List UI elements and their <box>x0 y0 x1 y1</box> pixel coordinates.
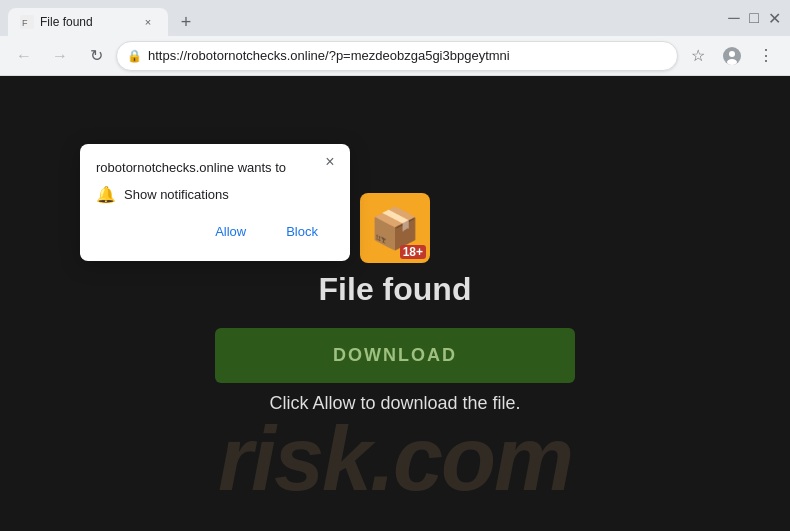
profile-button[interactable] <box>716 40 748 72</box>
address-bar[interactable]: 🔒 https://robotornotchecks.online/?p=mez… <box>116 41 678 71</box>
notification-popup: × robotornotchecks.online wants to 🔔 Sho… <box>80 144 350 261</box>
refresh-button[interactable]: ↻ <box>80 40 112 72</box>
age-icon: 📦 18+ <box>360 193 430 263</box>
age-label: 18+ <box>400 245 426 259</box>
tab-strip: F File found × + <box>8 0 718 36</box>
download-button[interactable]: DOWNLOAD <box>215 328 575 383</box>
title-bar: F File found × + ─ □ ✕ <box>0 0 790 36</box>
watermark: risk.com <box>218 408 572 511</box>
toolbar: ← → ↻ 🔒 https://robotornotchecks.online/… <box>0 36 790 76</box>
toolbar-icons: ☆ ⋮ <box>682 40 782 72</box>
svg-point-4 <box>727 59 737 65</box>
popup-header: robotornotchecks.online wants to <box>96 160 334 175</box>
popup-buttons: Allow Block <box>96 218 334 245</box>
block-button[interactable]: Block <box>270 218 334 245</box>
tab-favicon: F <box>20 15 34 29</box>
menu-button[interactable]: ⋮ <box>750 40 782 72</box>
bell-icon: 🔔 <box>96 185 116 204</box>
svg-text:F: F <box>22 18 28 28</box>
minimize-button[interactable]: ─ <box>726 10 742 26</box>
tab-close-button[interactable]: × <box>140 14 156 30</box>
svg-point-3 <box>729 51 735 57</box>
url-text: https://robotornotchecks.online/?p=mezde… <box>148 48 667 63</box>
lock-icon: 🔒 <box>127 49 142 63</box>
window-controls: ─ □ ✕ <box>726 10 782 26</box>
age-icon-container: 📦 18+ <box>360 193 430 263</box>
active-tab[interactable]: F File found × <box>8 8 168 36</box>
bookmark-button[interactable]: ☆ <box>682 40 714 72</box>
new-tab-button[interactable]: + <box>172 8 200 36</box>
maximize-button[interactable]: □ <box>746 10 762 26</box>
forward-button[interactable]: → <box>44 40 76 72</box>
page-title: File found <box>319 271 472 308</box>
window-close-button[interactable]: ✕ <box>766 10 782 26</box>
page-content: 📦 18+ File found DOWNLOAD Click Allow to… <box>0 76 790 531</box>
tab-title: File found <box>40 15 134 29</box>
back-button[interactable]: ← <box>8 40 40 72</box>
allow-button[interactable]: Allow <box>199 218 262 245</box>
popup-notification-row: 🔔 Show notifications <box>96 185 334 204</box>
popup-close-button[interactable]: × <box>320 152 340 172</box>
browser-window: F File found × + ─ □ ✕ ← → ↻ 🔒 https://r… <box>0 0 790 531</box>
popup-notification-text: Show notifications <box>124 187 229 202</box>
